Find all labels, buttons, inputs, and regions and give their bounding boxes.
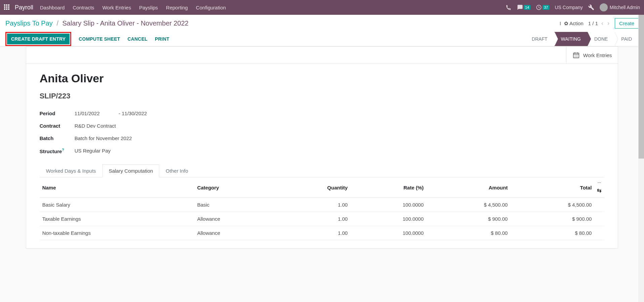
table-row[interactable]: Basic Salary Basic 1.00 100.0000 $ 4,500… [40,198,605,212]
columns-options-icon[interactable] [597,181,602,186]
contract-label: Contract [40,123,75,129]
batch-label: Batch [40,135,75,141]
th-quantity: Quantity [276,177,350,198]
th-name: Name [40,177,195,198]
cell-amount: $ 80.00 [426,226,510,240]
cell-amount: $ 4,500.00 [426,198,510,212]
cell-total: $ 900.00 [510,212,594,226]
form-sheet: Work Entries Anita Oliver SLIP/223 Perio… [26,46,618,249]
contract-value: R&D Dev Contract [75,123,116,129]
status-waiting[interactable]: WAITING [554,32,588,46]
batch-value: Batch for November 2022 [75,135,132,141]
period-value: 11/01/2022 - 11/30/2022 [75,111,147,116]
cell-category: Allowance [195,226,276,240]
cell-options [594,226,604,240]
svg-point-5 [600,182,601,183]
breadcrumb-parent[interactable]: Payslips To Pay [5,19,53,27]
cell-options [594,212,604,226]
top-navbar: Payroll Dashboard Contracts Work Entries… [0,0,644,15]
breadcrumb: Payslips To Pay / Salary Slip - Anita Ol… [5,19,188,27]
period-label: Period [40,111,75,116]
cell-name: Non-taxable Earnings [40,226,195,240]
pager-next-icon[interactable]: › [607,20,610,27]
th-category: Category [195,177,276,198]
menu-contracts[interactable]: Contracts [73,5,94,10]
help-icon[interactable]: ? [62,148,64,152]
table-row[interactable]: Non-taxable Earnings Allowance 1.00 100.… [40,226,605,240]
cell-category: Allowance [195,212,276,226]
tab-salary-computation[interactable]: Salary Computation [102,164,160,177]
pager-prev-icon[interactable]: ‹ [601,20,604,27]
svg-point-4 [599,182,600,183]
menu-configuration[interactable]: Configuration [196,5,226,10]
cell-quantity: 1.00 [276,226,350,240]
breadcrumb-current: Salary Slip - Anita Oliver - November 20… [62,19,189,27]
breadcrumb-sep: / [56,19,58,27]
create-draft-entry-button[interactable]: CREATE DRAFT ENTRY [7,34,70,44]
compute-sheet-button[interactable]: COMPUTE SHEET [79,36,120,42]
menu-reporting[interactable]: Reporting [166,5,188,10]
cell-total: $ 80.00 [510,226,594,240]
cell-total: $ 4,500.00 [510,198,594,212]
cell-amount: $ 900.00 [426,212,510,226]
cell-rate: 100.0000 [350,198,426,212]
menu-dashboard[interactable]: Dashboard [40,5,65,10]
main-menu: Dashboard Contracts Work Entries Payslip… [40,5,226,10]
tab-other-info[interactable]: Other Info [159,164,195,177]
pager-value: 1 / 1 [588,20,598,26]
status-draft[interactable]: DRAFT [525,32,554,46]
cell-name: Taxable Earnings [40,212,195,226]
cell-name: Basic Salary [40,198,195,212]
slip-number: SLIP/223 [40,92,605,100]
status-bar: DRAFT WAITING DONE PAID [525,32,639,46]
cancel-button[interactable]: CANCEL [127,36,147,42]
work-entries-smart-button[interactable]: Work Entries [566,47,618,63]
voip-icon[interactable] [506,4,512,10]
menu-work-entries[interactable]: Work Entries [102,5,131,10]
structure-label: Structure? [40,148,75,154]
avatar-icon [600,3,608,11]
create-button[interactable]: Create [615,18,639,29]
action-dropdown[interactable]: ✿ Action [558,20,584,27]
scrollbar[interactable] [638,15,644,249]
cell-quantity: 1.00 [276,212,350,226]
cell-rate: 100.0000 [350,212,426,226]
app-name: Payroll [15,4,33,11]
employee-name: Anita Oliver [40,72,605,85]
pager: 1 / 1 ‹ › [588,20,610,27]
period-sep: - [119,111,120,116]
work-entries-label: Work Entries [583,52,612,58]
company-selector[interactable]: US Company [555,5,583,10]
status-done[interactable]: DONE [588,32,614,46]
salary-lines-table: Name Category Quantity Rate (%) Amount T… [40,177,605,240]
table-row[interactable]: Taxable Earnings Allowance 1.00 100.0000… [40,212,605,226]
cell-options [594,198,604,212]
user-menu[interactable]: Mitchell Admin [600,3,640,11]
th-total: Total [510,177,594,198]
cell-rate: 100.0000 [350,226,426,240]
messages-badge: 14 [524,5,530,10]
notebook-tabs: Worked Days & Inputs Salary Computation … [40,164,605,177]
activities-icon[interactable]: 37 [536,4,549,10]
th-amount: Amount [426,177,510,198]
debug-icon[interactable] [588,4,594,10]
apps-menu-icon[interactable] [4,4,10,10]
period-from: 11/01/2022 [75,111,100,116]
print-button[interactable]: PRINT [155,36,169,42]
control-panel: Payslips To Pay / Salary Slip - Anita Ol… [0,15,644,46]
menu-payslips[interactable]: Payslips [139,5,158,10]
cell-category: Basic [195,198,276,212]
cell-quantity: 1.00 [276,198,350,212]
svg-point-3 [598,182,599,183]
period-to: 11/30/2022 [122,111,147,116]
activities-badge: 37 [543,5,549,10]
th-rate: Rate (%) [350,177,426,198]
highlight-box: CREATE DRAFT ENTRY [5,32,71,46]
th-options[interactable]: ⇆ [594,177,604,198]
structure-value: US Regular Pay [75,148,111,154]
user-name: Mitchell Admin [610,5,640,10]
messages-icon[interactable]: 14 [517,4,530,10]
calendar-icon [572,51,580,59]
tab-worked-days[interactable]: Worked Days & Inputs [40,164,102,177]
